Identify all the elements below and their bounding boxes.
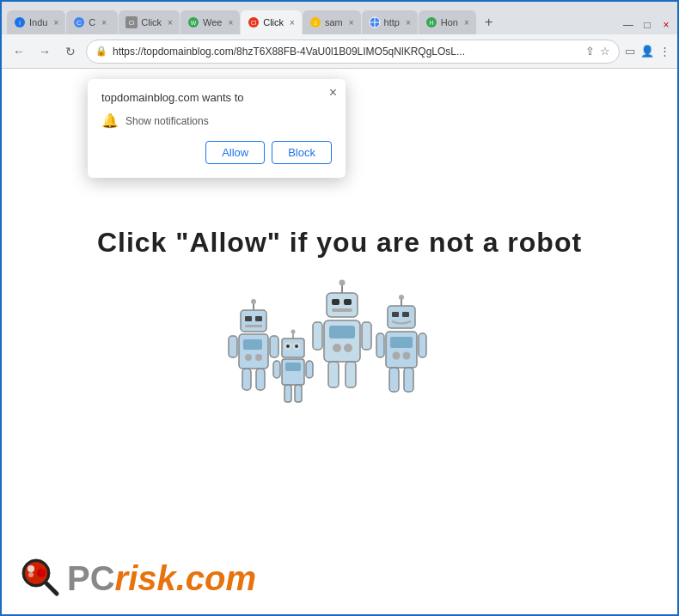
share-icon[interactable]: ⇧ [585, 45, 595, 58]
tab7-close[interactable]: × [406, 18, 411, 27]
svg-point-36 [286, 345, 290, 348]
svg-point-52 [333, 344, 341, 352]
permission-label: Show notifications [125, 115, 209, 127]
tab6-favicon: s [309, 16, 321, 28]
tab3-label: Click [141, 17, 162, 27]
svg-rect-51 [329, 326, 355, 338]
svg-text:C: C [76, 19, 82, 27]
svg-rect-28 [270, 336, 278, 357]
tab2-close[interactable]: × [101, 18, 107, 27]
tab-6[interactable]: s sam × [303, 10, 361, 34]
svg-rect-29 [242, 369, 251, 390]
svg-point-45 [339, 280, 345, 286]
svg-point-53 [344, 344, 352, 352]
svg-rect-30 [256, 369, 265, 390]
allow-button[interactable]: Allow [205, 141, 265, 164]
svg-text:Cl: Cl [251, 20, 257, 26]
tab2-favicon: C [73, 16, 85, 28]
refresh-button[interactable]: ↻ [60, 41, 81, 62]
tab5-label: Click [263, 17, 284, 27]
svg-rect-42 [284, 385, 291, 402]
tab1-favicon: i [14, 16, 26, 28]
tab-5[interactable]: Cl Click × [241, 10, 302, 34]
svg-point-26 [255, 354, 262, 361]
svg-point-73 [28, 565, 34, 572]
popup-permission: 🔔 Show notifications [101, 113, 332, 129]
svg-text:W: W [191, 20, 197, 26]
address-field[interactable]: 🔒 https://topdomainblog.com/8hzT6X88FB-4… [86, 40, 620, 64]
tab7-favicon [369, 16, 381, 28]
window-controls: — □ × [622, 19, 672, 34]
svg-point-18 [251, 299, 256, 304]
block-button[interactable]: Block [272, 141, 332, 164]
menu-icon[interactable]: ⋮ [659, 45, 670, 58]
svg-point-32 [291, 330, 295, 334]
lock-icon: 🔒 [95, 46, 107, 57]
tab8-label: Hon [441, 17, 458, 27]
pcrisk-risk-text: risk.com [115, 559, 257, 597]
tab1-close[interactable]: × [53, 18, 58, 27]
browser-content: Click "Allow" if you are not a robot [2, 69, 677, 614]
svg-rect-56 [328, 362, 339, 387]
tab-7[interactable]: http × [362, 10, 418, 34]
robots-svg [219, 276, 460, 422]
svg-rect-49 [332, 308, 352, 312]
tab-8[interactable]: H Hon × [419, 10, 476, 34]
tab-1[interactable]: i Indu × [7, 10, 65, 34]
tab5-close[interactable]: × [290, 18, 295, 27]
svg-rect-24 [243, 339, 262, 350]
svg-point-65 [392, 352, 400, 360]
captcha-text: Click "Allow" if you are not a robot [97, 227, 582, 259]
profile-icon[interactable]: 👤 [640, 45, 654, 58]
bookmark-icon[interactable]: ☆ [600, 45, 610, 58]
svg-point-74 [37, 569, 46, 577]
forward-button[interactable]: → [34, 41, 55, 62]
maximize-button[interactable]: □ [641, 19, 653, 31]
tab6-close[interactable]: × [349, 18, 354, 27]
svg-point-59 [399, 295, 404, 300]
svg-rect-57 [346, 362, 356, 387]
svg-rect-68 [419, 333, 426, 357]
svg-rect-46 [327, 293, 358, 317]
tab2-label: C [89, 17, 95, 27]
tab-3[interactable]: Cl Click × [119, 10, 180, 34]
svg-rect-48 [344, 299, 352, 305]
address-text: https://topdomainblog.com/8hzT6X88FB-4Va… [113, 46, 580, 58]
svg-rect-60 [388, 306, 415, 328]
page-content: Click "Allow" if you are not a robot [2, 69, 677, 614]
tab4-label: Wee [203, 17, 222, 27]
tab-2[interactable]: C C × [66, 10, 118, 34]
svg-point-76 [28, 572, 34, 577]
popup-title: topdomainblog.com wants to [101, 91, 332, 104]
tab5-favicon: Cl [248, 16, 260, 28]
tab3-close[interactable]: × [168, 18, 173, 27]
minimize-button[interactable]: — [622, 19, 634, 31]
svg-rect-39 [285, 363, 301, 371]
close-window-button[interactable]: × [660, 19, 672, 31]
tab3-favicon: Cl [125, 16, 138, 28]
toolbar-icons: ▭ 👤 ⋮ [625, 45, 670, 58]
tab4-close[interactable]: × [228, 18, 233, 27]
svg-line-75 [46, 582, 57, 594]
sidebar-toggle-icon[interactable]: ▭ [625, 45, 635, 58]
pcrisk-text: PCrisk.com [67, 559, 256, 598]
svg-point-25 [245, 354, 252, 361]
svg-point-66 [402, 352, 410, 360]
svg-rect-27 [229, 336, 237, 357]
browser-window: i Indu × C C × Cl Click × W [0, 0, 679, 616]
svg-rect-40 [273, 361, 280, 378]
popup-close-button[interactable]: × [329, 86, 337, 100]
tab-4[interactable]: W Wee × [180, 10, 240, 34]
svg-text:H: H [429, 20, 433, 26]
notification-popup: × topdomainblog.com wants to 🔔 Show noti… [88, 79, 346, 178]
new-tab-button[interactable]: + [477, 10, 501, 34]
svg-rect-61 [392, 312, 399, 317]
tab4-favicon: W [187, 16, 199, 28]
tab8-favicon: H [425, 16, 437, 28]
svg-rect-70 [404, 368, 413, 392]
svg-rect-69 [389, 368, 399, 392]
back-button[interactable]: ← [9, 41, 29, 62]
tab8-close[interactable]: × [464, 18, 469, 27]
pcrisk-logo: PCrisk.com [19, 556, 256, 601]
tab-bar: i Indu × C C × Cl Click × W [2, 2, 677, 34]
